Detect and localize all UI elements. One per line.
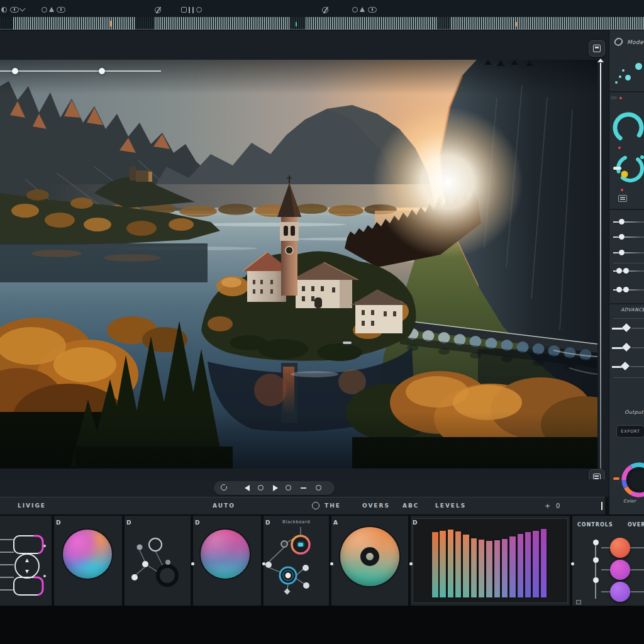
bottom-menu: + 0 LIVIGEAUTOTHEOVERSABCLEVELS [0, 497, 605, 514]
midtones-knob[interactable] [610, 560, 630, 580]
slider-row[interactable] [609, 268, 644, 274]
menu-item-auto[interactable]: AUTO [213, 502, 235, 509]
loop-icon [221, 484, 227, 491]
histogram-bar [502, 539, 508, 597]
histogram-bar [455, 531, 462, 597]
adv-slider-knob[interactable] [622, 343, 631, 352]
wheel-tick[interactable] [613, 477, 619, 480]
menu-item-levels[interactable]: LEVELS [435, 502, 466, 509]
top-toolbar [0, 0, 644, 30]
history-icon[interactable] [1, 7, 7, 13]
track-dot[interactable] [593, 577, 599, 583]
slider-knob[interactable] [616, 287, 622, 292]
waveform-marker [296, 22, 297, 26]
slider-knob[interactable] [619, 250, 625, 255]
mute-icon[interactable] [155, 7, 161, 13]
highlights-knob[interactable] [610, 538, 630, 558]
controls-title: CONTROLS [577, 522, 613, 528]
slider-row[interactable] [609, 234, 644, 240]
monitor-icon[interactable] [352, 7, 358, 13]
minus-button[interactable] [299, 484, 308, 492]
chevron-down-icon[interactable] [19, 6, 26, 12]
adv-slider-row[interactable] [609, 344, 644, 352]
controls-menu[interactable]: OVER [628, 522, 644, 528]
cyan-dot [619, 75, 621, 78]
record-icon[interactable] [196, 7, 202, 13]
red-indicator-dot [619, 97, 622, 99]
menu-item-livige[interactable]: LIVIGE [18, 502, 46, 509]
color-dots-panel[interactable] [609, 60, 644, 88]
scroll-up-icon[interactable] [597, 58, 604, 62]
slider-knob[interactable] [616, 268, 622, 274]
adv-slider-row[interactable] [609, 325, 644, 332]
timeline-waveform[interactable] [0, 17, 644, 30]
histogram-bar [533, 531, 539, 597]
menu-item-abc[interactable]: ABC [402, 502, 419, 509]
peak-meter-icon[interactable] [49, 7, 54, 12]
marker-c-button[interactable] [314, 484, 323, 492]
small-square-icon[interactable] [576, 600, 581, 604]
slider-knob[interactable] [619, 234, 625, 240]
layers-button[interactable] [589, 469, 605, 479]
compare-icon[interactable] [57, 7, 65, 13]
overlay-slider-handle[interactable] [12, 68, 18, 74]
canvas-scrollbar[interactable] [600, 63, 601, 469]
knob-line [601, 569, 610, 570]
track-dot[interactable] [593, 540, 599, 545]
panel-node-graph-2[interactable]: Blackboard [264, 516, 329, 606]
canvas-area[interactable] [0, 30, 609, 479]
mode-icon[interactable] [613, 36, 624, 47]
photo-preview[interactable] [0, 60, 597, 469]
canvas-overlay-slider[interactable] [0, 70, 161, 72]
cyan-dot [635, 63, 642, 70]
overlay-slider-handle[interactable] [99, 68, 105, 74]
add-button[interactable]: + [545, 502, 550, 510]
menu-item-overs[interactable]: OVERS [362, 502, 390, 509]
panel-tools[interactable] [0, 516, 52, 606]
curve-dial[interactable] [609, 104, 644, 148]
track-dot[interactable] [593, 557, 599, 563]
menu-item-the[interactable]: THE [325, 502, 341, 509]
transport-pill [214, 481, 335, 495]
slider-knob[interactable] [623, 268, 629, 274]
level-icon[interactable] [360, 7, 365, 12]
undo-loop-button[interactable] [220, 484, 229, 492]
snapshot-icon[interactable] [10, 7, 19, 13]
histogram-bar [432, 532, 438, 597]
marker-a-button[interactable] [257, 484, 265, 492]
layers-stack-icon[interactable] [618, 195, 627, 202]
slider-row[interactable] [609, 287, 644, 293]
adv-slider-knob[interactable] [622, 323, 631, 332]
adv-slider-knob[interactable] [621, 362, 630, 370]
slider-row[interactable] [609, 250, 644, 256]
flag-button[interactable] [589, 40, 605, 57]
panel-histogram[interactable] [411, 516, 570, 606]
swatch-thumb[interactable] [611, 96, 617, 99]
color-wheel[interactable] [620, 461, 644, 499]
solo-icon[interactable] [322, 7, 328, 13]
slider-knob[interactable] [619, 219, 625, 225]
panel-controls[interactable]: CONTROLS OVER [572, 516, 644, 606]
pause-icon[interactable] [189, 7, 194, 13]
marker-b-button[interactable] [284, 484, 293, 492]
layers-icon [593, 474, 601, 479]
slider-knob[interactable] [623, 287, 629, 292]
histogram-bar [518, 534, 524, 597]
export-button[interactable]: EXPORT [616, 425, 644, 438]
loop-icon[interactable] [368, 7, 377, 13]
panel-gradient-orb-1[interactable] [54, 516, 122, 606]
panel-node-graph-1[interactable] [125, 516, 191, 606]
frame-icon[interactable] [181, 7, 187, 13]
prev-button[interactable] [243, 484, 252, 492]
shadows-knob[interactable] [610, 582, 630, 602]
play-button[interactable] [270, 484, 279, 492]
hue-dial[interactable] [609, 151, 644, 190]
panel-gradient-orb-2[interactable] [193, 516, 261, 606]
adv-slider-row[interactable] [609, 363, 644, 370]
wheel-label: Color [623, 499, 636, 504]
undo-icon[interactable] [42, 7, 47, 13]
slider-row[interactable] [609, 219, 644, 225]
controls-track[interactable] [595, 540, 596, 599]
prev-icon [245, 485, 250, 491]
panel-gradient-disc[interactable] [331, 516, 408, 606]
